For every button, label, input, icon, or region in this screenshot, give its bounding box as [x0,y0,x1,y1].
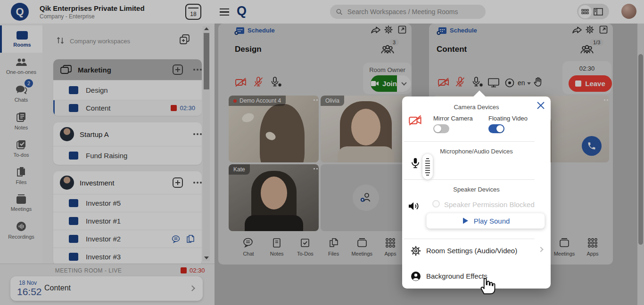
person-circle-icon [410,271,421,282]
mirror-camera-toggle[interactable] [433,124,449,133]
speaker-section-title: Speaker Devices [402,186,551,193]
hand-cursor [478,274,497,296]
camera-off-icon [408,114,422,127]
background-effects-item[interactable]: Background Effects [402,264,551,289]
mic-level-meter [422,154,433,179]
floating-video-toggle[interactable] [488,124,504,133]
speaker-radio[interactable] [432,200,440,208]
divider [404,179,535,180]
play-sound-button[interactable]: Play Sound [426,213,545,229]
chevron-right-icon [538,247,543,252]
play-icon [462,217,469,225]
divider [404,141,535,142]
room-settings-label: Room Settings (Audio/Video) [426,247,517,255]
floating-video-label: Floating Video [488,115,528,122]
app-window: Q Qik Enterprises Private Limited Compan… [0,0,644,305]
settings-gear-icon [410,245,421,257]
device-settings-popup: Camera Devices Mirror Camera Floating Vi… [402,96,551,289]
room-settings-item[interactable]: Room Settings (Audio/Video) [402,239,551,263]
speaker-icon [408,201,421,212]
camera-section-title: Camera Devices [402,104,551,111]
speaker-blocked-label: Speaker Permission Blocked [444,201,535,209]
play-sound-label: Play Sound [474,217,510,225]
mic-icon [410,157,421,169]
mic-section-title: Microphone/Audio Devices [402,148,551,155]
mirror-camera-label: Mirror Camera [433,115,473,122]
